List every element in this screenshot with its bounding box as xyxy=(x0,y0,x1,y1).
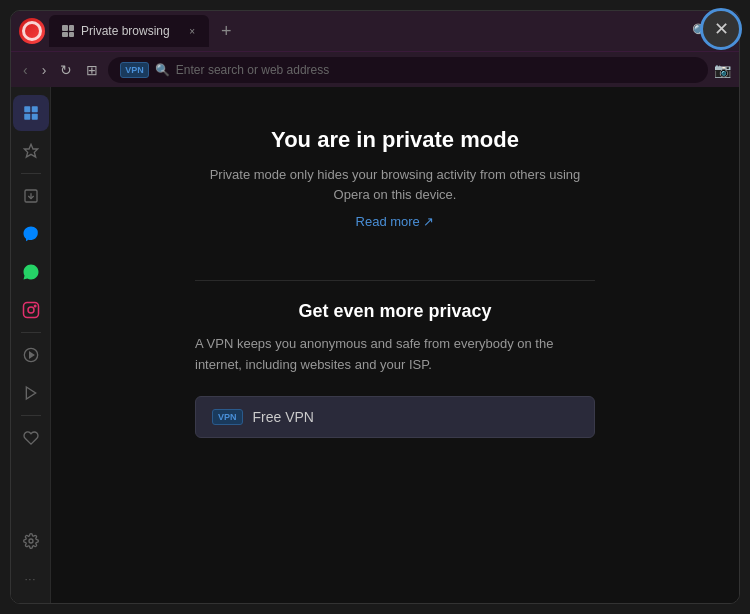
svg-marker-12 xyxy=(26,387,35,399)
sidebar-divider-2 xyxy=(21,332,41,333)
title-bar: Private browsing × + 🔍 — xyxy=(11,11,739,51)
svg-marker-11 xyxy=(29,352,33,357)
sidebar-item-more[interactable]: ··· xyxy=(13,561,49,597)
sidebar-divider-1 xyxy=(21,173,41,174)
player-icon xyxy=(23,385,39,401)
svg-point-9 xyxy=(34,305,36,307)
vpn-section: Get even more privacy A VPN keeps you an… xyxy=(195,301,595,438)
browser-window: Private browsing × + 🔍 — ‹ › ↻ ⊞ VPN 🔍 📷 xyxy=(10,10,740,604)
vpn-button-badge: VPN xyxy=(212,409,243,425)
svg-rect-1 xyxy=(31,106,37,112)
download-icon xyxy=(23,188,39,204)
sidebar-item-downloads[interactable] xyxy=(13,178,49,214)
sidebar-item-player[interactable] xyxy=(13,375,49,411)
active-tab[interactable]: Private browsing × xyxy=(49,15,209,47)
tab-close-button[interactable]: × xyxy=(187,24,197,39)
new-tab-button[interactable]: + xyxy=(213,21,240,42)
back-button[interactable]: ‹ xyxy=(19,60,32,80)
tab-bar: Private browsing × + xyxy=(49,15,688,47)
close-x-icon: ✕ xyxy=(714,18,729,40)
svg-point-8 xyxy=(28,307,34,313)
sidebar-item-video[interactable] xyxy=(13,337,49,373)
nav-bar: ‹ › ↻ ⊞ VPN 🔍 📷 xyxy=(11,51,739,87)
reload-button[interactable]: ↻ xyxy=(56,60,76,80)
sidebar-item-settings[interactable] xyxy=(13,523,49,559)
sidebar-item-home[interactable] xyxy=(13,95,49,131)
forward-button[interactable]: › xyxy=(38,60,51,80)
page-content: You are in private mode Private mode onl… xyxy=(51,87,739,604)
sidebar-divider-3 xyxy=(21,415,41,416)
sidebar-item-instagram[interactable] xyxy=(13,292,49,328)
sidebar-item-flow[interactable] xyxy=(13,420,49,456)
svg-point-13 xyxy=(29,539,33,543)
section-divider xyxy=(195,280,595,281)
vpn-button-label: Free VPN xyxy=(253,409,314,425)
tab-title: Private browsing xyxy=(81,24,170,38)
svg-rect-7 xyxy=(23,303,38,318)
tabs-view-button[interactable]: ⊞ xyxy=(82,60,102,80)
home-icon xyxy=(22,104,40,122)
private-mode-title: You are in private mode xyxy=(195,127,595,153)
svg-rect-3 xyxy=(31,114,37,120)
vpn-description: A VPN keeps you anonymous and safe from … xyxy=(195,334,595,376)
close-window-button[interactable]: ✕ xyxy=(700,8,742,50)
heart-icon xyxy=(23,430,39,446)
screenshot-button[interactable]: 📷 xyxy=(714,62,731,78)
vpn-badge: VPN xyxy=(120,62,149,78)
whatsapp-icon xyxy=(22,263,40,281)
sidebar-item-messenger[interactable] xyxy=(13,216,49,252)
instagram-icon xyxy=(22,301,40,319)
sidebar-item-whatsapp[interactable] xyxy=(13,254,49,290)
private-mode-section: You are in private mode Private mode onl… xyxy=(195,127,595,230)
address-bar[interactable]: VPN 🔍 xyxy=(108,57,708,83)
address-input[interactable] xyxy=(176,63,696,77)
settings-icon xyxy=(23,533,39,549)
read-more-link[interactable]: Read more xyxy=(356,214,435,229)
video-icon xyxy=(23,347,39,363)
sidebar-item-bookmarks[interactable] xyxy=(13,133,49,169)
svg-rect-0 xyxy=(24,106,30,112)
tab-grid-icon xyxy=(61,24,75,38)
svg-marker-4 xyxy=(24,144,37,157)
star-icon xyxy=(23,143,39,159)
sidebar: ··· xyxy=(11,87,51,604)
more-dots-icon: ··· xyxy=(25,574,36,585)
svg-rect-2 xyxy=(24,114,30,120)
vpn-section-title: Get even more privacy xyxy=(195,301,595,322)
content-area: ··· You are in private mode Private mode… xyxy=(11,87,739,604)
messenger-icon xyxy=(22,225,40,243)
opera-logo-icon[interactable] xyxy=(19,18,45,44)
private-mode-description: Private mode only hides your browsing ac… xyxy=(195,165,595,204)
search-icon-small: 🔍 xyxy=(155,63,170,77)
free-vpn-button[interactable]: VPN Free VPN xyxy=(195,396,595,438)
